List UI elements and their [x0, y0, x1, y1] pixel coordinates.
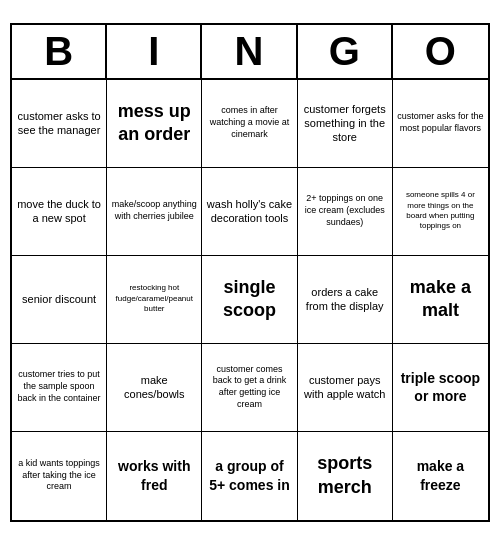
bingo-cell-18: customer pays with apple watch — [298, 344, 393, 432]
bingo-cell-13: orders a cake from the display — [298, 256, 393, 344]
bingo-letter-b: B — [12, 25, 107, 78]
bingo-cell-3: customer forgets something in the store — [298, 80, 393, 168]
bingo-cell-9: someone spills 4 or more things on the b… — [393, 168, 488, 256]
bingo-cell-21: works with fred — [107, 432, 202, 520]
bingo-grid: customer asks to see the managermess up … — [12, 80, 488, 520]
bingo-cell-14: make a malt — [393, 256, 488, 344]
bingo-cell-2: comes in after watching a movie at cinem… — [202, 80, 297, 168]
bingo-cell-0: customer asks to see the manager — [12, 80, 107, 168]
bingo-cell-6: make/scoop anything with cherries jubile… — [107, 168, 202, 256]
bingo-letter-o: O — [393, 25, 488, 78]
bingo-cell-5: move the duck to a new spot — [12, 168, 107, 256]
bingo-cell-1: mess up an order — [107, 80, 202, 168]
bingo-cell-15: customer tries to put the sample spoon b… — [12, 344, 107, 432]
bingo-cell-12: single scoop — [202, 256, 297, 344]
bingo-cell-4: customer asks for the most popular flavo… — [393, 80, 488, 168]
bingo-cell-19: triple scoop or more — [393, 344, 488, 432]
bingo-cell-22: a group of 5+ comes in — [202, 432, 297, 520]
bingo-letter-n: N — [202, 25, 297, 78]
bingo-cell-8: 2+ toppings on one ice cream (excludes s… — [298, 168, 393, 256]
bingo-cell-11: restocking hot fudge/caramel/peanut butt… — [107, 256, 202, 344]
bingo-cell-7: wash holly's cake decoration tools — [202, 168, 297, 256]
bingo-cell-17: customer comes back to get a drink after… — [202, 344, 297, 432]
bingo-letter-g: G — [298, 25, 393, 78]
bingo-card: BINGO customer asks to see the managerme… — [10, 23, 490, 522]
bingo-cell-16: make cones/bowls — [107, 344, 202, 432]
bingo-header: BINGO — [12, 25, 488, 80]
bingo-cell-23: sports merch — [298, 432, 393, 520]
bingo-letter-i: I — [107, 25, 202, 78]
bingo-cell-10: senior discount — [12, 256, 107, 344]
bingo-cell-24: make a freeze — [393, 432, 488, 520]
bingo-cell-20: a kid wants toppings after taking the ic… — [12, 432, 107, 520]
